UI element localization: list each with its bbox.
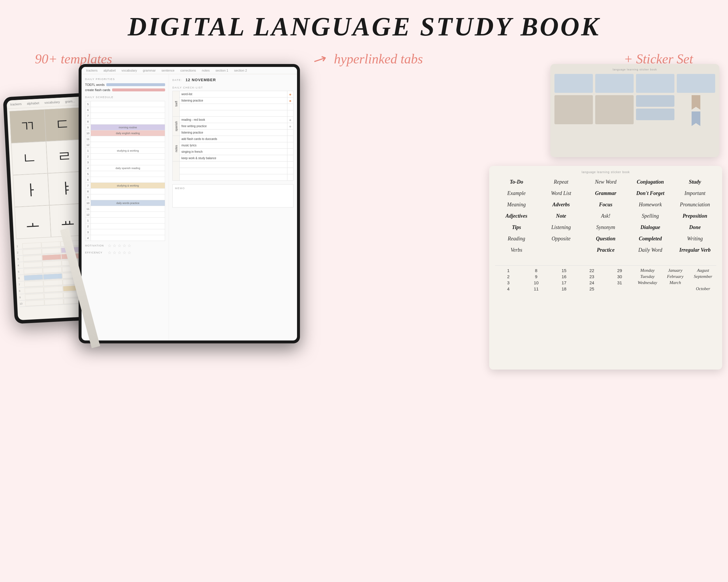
- sticker-word: Ask!: [584, 212, 627, 220]
- checklist-item: [180, 174, 287, 181]
- sticker-month: Monday: [634, 268, 661, 273]
- korean-char: ㅏ: [13, 173, 50, 207]
- sticker-month: Tuesday: [634, 274, 661, 279]
- tab-trackers-mid[interactable]: trackers: [86, 69, 98, 72]
- main-title: DIGITAL LANGUAGE STUDY BOOK: [0, 0, 728, 41]
- sticker-num: 4: [495, 286, 522, 291]
- checklist-dot: [287, 162, 293, 168]
- sticker-num: 15: [551, 268, 577, 273]
- checklist-item: free writing practice: [180, 123, 287, 130]
- sticker-word: Grammar: [584, 189, 627, 198]
- tab-corrections-mid[interactable]: corrections: [180, 69, 196, 72]
- sticker-word: Opposite: [540, 234, 582, 243]
- checklist-dot: [287, 104, 293, 110]
- checklist-row: free writing practice ●: [173, 123, 293, 130]
- sticker-num: 9: [523, 274, 550, 279]
- sticker-word: Repeat: [540, 178, 582, 186]
- checklist-row: toefl word-list ●: [173, 91, 293, 98]
- sched-row: 3: [85, 229, 165, 235]
- sticker-word: Meaning: [495, 200, 538, 209]
- sticker-word: Homework: [629, 200, 672, 209]
- sticker-num: 30: [606, 274, 633, 279]
- checklist-item: add flash cards to duocards: [180, 136, 287, 142]
- sticker-word: Focus: [584, 200, 627, 209]
- sched-row: 11: [85, 136, 165, 142]
- tab-notes-mid[interactable]: notes: [202, 69, 210, 72]
- tablet-mid-inner: trackers alphabet vocabulary grammar sen…: [81, 67, 297, 340]
- sticker-num: 23: [579, 274, 605, 279]
- tab-alphabet-mid[interactable]: alphabet: [103, 69, 115, 72]
- priority-item-2: create flash cards: [85, 88, 165, 92]
- sticker-month: [690, 280, 717, 285]
- efficency-stars: ☆ ☆ ☆ ☆ ☆: [108, 250, 131, 255]
- sched-row: 1studying & working: [85, 148, 165, 154]
- sticker-grid-top: [554, 74, 715, 126]
- sticker-word: [495, 257, 538, 259]
- checklist-dot: ●: [287, 117, 293, 123]
- korean-char: ㄹ: [46, 139, 83, 173]
- checklist-dot: [287, 149, 293, 155]
- sticker-word: To-Do: [495, 178, 538, 186]
- checklist-item: [180, 162, 287, 168]
- sticker-word: Pronunciation: [674, 200, 717, 209]
- efficency-label: EFFICENCY: [85, 251, 105, 254]
- checklist-dot: ●: [287, 123, 293, 130]
- checklist-item: [180, 104, 287, 110]
- sticker-num: 29: [606, 268, 633, 273]
- sched-row: 12: [85, 142, 165, 148]
- date-label: DATE:: [173, 79, 182, 82]
- tab-sentence-mid[interactable]: sentence: [162, 69, 175, 72]
- star-3: ☆: [118, 243, 122, 248]
- sched-row: 11: [85, 206, 165, 212]
- sticker-word: Important: [674, 189, 717, 198]
- sticker-rect: [636, 109, 674, 120]
- sched-row: 9: [85, 194, 165, 200]
- sticker-book-bottom-title: language learning sticker book: [495, 170, 717, 174]
- sticker-word: Note: [540, 212, 582, 220]
- sticker-word: Tips: [495, 223, 538, 232]
- sticker-word: Study: [674, 178, 717, 186]
- sticker-word: Don't Forget: [629, 189, 672, 198]
- sticker-num: 2: [495, 274, 522, 279]
- tablet-mid: trackers alphabet vocabulary grammar sen…: [79, 64, 300, 343]
- sticker-word: Irregular Verb: [674, 246, 717, 254]
- sticker-word: Spelling: [629, 212, 672, 220]
- sticker-num: 24: [579, 280, 605, 285]
- efficency-row: EFFICENCY ☆ ☆ ☆ ☆ ☆: [85, 250, 165, 255]
- checklist-title: DAILY CHECK-LIST: [173, 86, 293, 89]
- star-2: ☆: [113, 243, 116, 248]
- sticker-month: January: [662, 268, 689, 273]
- sticker-rect: [677, 74, 715, 93]
- sched-row: 1: [85, 218, 165, 223]
- sticker-rect: [595, 74, 634, 93]
- tab-vocabulary-mid[interactable]: vocabulary: [122, 69, 137, 72]
- priority-item-1: TOEFL words: [85, 83, 165, 86]
- tab-vocabulary[interactable]: vocabulary: [44, 100, 60, 105]
- tab-section1-mid[interactable]: section 1: [215, 69, 228, 72]
- checklist-item: listening practice: [180, 130, 287, 136]
- motivation-stars: ☆ ☆ ☆ ☆ ☆: [108, 243, 131, 248]
- sticker-word: Question: [584, 234, 627, 243]
- star-1: ☆: [108, 243, 111, 248]
- star-e5: ☆: [128, 250, 131, 255]
- checklist-dot: ●: [287, 98, 293, 104]
- date-row: DATE: 12 NOVEMBER: [173, 78, 293, 82]
- tab-grammar-mid[interactable]: grammar: [143, 69, 156, 72]
- checklist-row: listening practice: [173, 130, 293, 136]
- category-spanish: spanish: [173, 117, 180, 136]
- tab-grammar[interactable]: gram...: [65, 99, 75, 103]
- checklist-row: [173, 168, 293, 174]
- checklist-item: listening practice: [180, 98, 287, 104]
- mid-content: DAILY PRIORITIES TOEFL words create flas…: [81, 74, 297, 340]
- sched-row: 6: [85, 107, 165, 113]
- tab-section2-mid[interactable]: section 2: [234, 69, 247, 72]
- sticker-month: October: [690, 286, 717, 291]
- checklist-dot: [287, 110, 293, 117]
- tab-trackers[interactable]: trackers: [10, 102, 22, 106]
- tab-alphabet[interactable]: alphabet: [27, 101, 39, 105]
- sticker-word: Dialogue: [629, 223, 672, 232]
- mid-tab-bar: trackers alphabet vocabulary grammar sen…: [81, 67, 297, 74]
- motivation-label: MOTIVATION: [85, 244, 105, 247]
- sticker-book-bottom: language learning sticker book To-Do Rep…: [489, 166, 722, 369]
- sticker-num: 1: [495, 268, 522, 273]
